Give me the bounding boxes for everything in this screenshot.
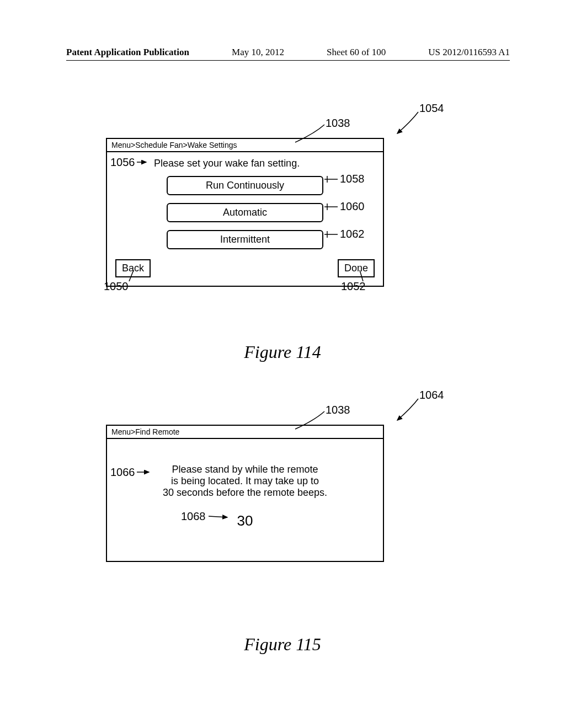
breadcrumb-115: Menu>Find Remote (107, 426, 383, 439)
breadcrumb: Menu>Schedule Fan>Wake Settings (107, 139, 383, 152)
back-button[interactable]: Back (115, 259, 151, 277)
publication-date: May 10, 2012 (232, 47, 284, 58)
label-1050: 1050 (104, 280, 129, 293)
label-1066: 1066 (110, 466, 135, 479)
message-line2: is being located. It may take up to (113, 475, 377, 487)
page-header: Patent Application Publication May 10, 2… (66, 47, 510, 61)
message-line3: 30 seconds before the remote beeps. (113, 487, 377, 499)
label-1062: 1062 (340, 228, 365, 240)
run-continuously-button[interactable]: Run Continuously (167, 176, 323, 195)
publication-title: Patent Application Publication (66, 47, 189, 58)
label-1052: 1052 (341, 280, 366, 293)
figure-114-caption: Figure 114 (0, 342, 565, 362)
label-1038b: 1038 (326, 404, 350, 416)
message-line1: Please stand by while the remote (113, 464, 377, 475)
done-button[interactable]: Done (338, 259, 375, 277)
label-1064: 1064 (419, 389, 444, 402)
label-1058: 1058 (340, 173, 365, 185)
figure-115-caption: Figure 115 (0, 634, 565, 655)
sheet-number: Sheet 60 of 100 (327, 47, 386, 58)
countdown-value: 30 (113, 512, 377, 529)
automatic-button[interactable]: Automatic (167, 203, 323, 222)
prompt-text: Please set your wake fan setting. (154, 158, 377, 169)
label-1068: 1068 (181, 510, 206, 523)
document-number: US 2012/0116593 A1 (428, 47, 510, 58)
label-1054: 1054 (419, 102, 444, 115)
find-remote-screen: Menu>Find Remote Please stand by while t… (106, 425, 384, 562)
label-1056: 1056 (110, 156, 135, 169)
intermittent-button[interactable]: Intermittent (167, 230, 323, 249)
label-1038: 1038 (326, 117, 350, 130)
label-1060: 1060 (340, 200, 365, 213)
